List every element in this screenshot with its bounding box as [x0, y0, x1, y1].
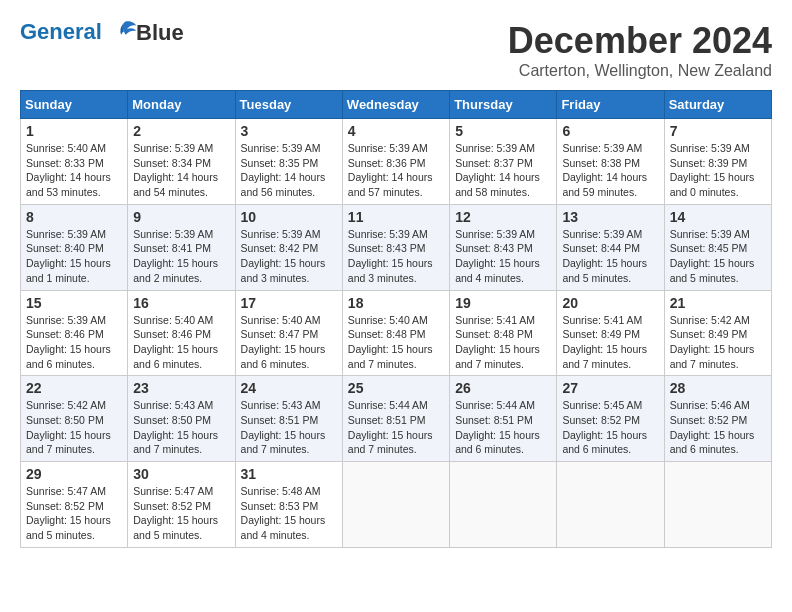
- calendar-cell: 3Sunrise: 5:39 AM Sunset: 8:35 PM Daylig…: [235, 119, 342, 205]
- day-info: Sunrise: 5:39 AM Sunset: 8:39 PM Dayligh…: [670, 141, 766, 200]
- day-info: Sunrise: 5:44 AM Sunset: 8:51 PM Dayligh…: [348, 398, 444, 457]
- day-info: Sunrise: 5:39 AM Sunset: 8:40 PM Dayligh…: [26, 227, 122, 286]
- calendar-cell: 29Sunrise: 5:47 AM Sunset: 8:52 PM Dayli…: [21, 462, 128, 548]
- day-info: Sunrise: 5:39 AM Sunset: 8:38 PM Dayligh…: [562, 141, 658, 200]
- calendar-week-row: 29Sunrise: 5:47 AM Sunset: 8:52 PM Dayli…: [21, 462, 772, 548]
- day-number: 5: [455, 123, 551, 139]
- day-info: Sunrise: 5:45 AM Sunset: 8:52 PM Dayligh…: [562, 398, 658, 457]
- calendar-cell: [450, 462, 557, 548]
- calendar-cell: [557, 462, 664, 548]
- calendar-cell: 13Sunrise: 5:39 AM Sunset: 8:44 PM Dayli…: [557, 204, 664, 290]
- day-info: Sunrise: 5:39 AM Sunset: 8:37 PM Dayligh…: [455, 141, 551, 200]
- day-number: 19: [455, 295, 551, 311]
- calendar-week-row: 1Sunrise: 5:40 AM Sunset: 8:33 PM Daylig…: [21, 119, 772, 205]
- day-number: 3: [241, 123, 337, 139]
- day-number: 24: [241, 380, 337, 396]
- day-info: Sunrise: 5:39 AM Sunset: 8:36 PM Dayligh…: [348, 141, 444, 200]
- day-info: Sunrise: 5:39 AM Sunset: 8:35 PM Dayligh…: [241, 141, 337, 200]
- day-info: Sunrise: 5:39 AM Sunset: 8:46 PM Dayligh…: [26, 313, 122, 372]
- calendar-header-saturday: Saturday: [664, 91, 771, 119]
- day-number: 22: [26, 380, 122, 396]
- day-number: 27: [562, 380, 658, 396]
- day-info: Sunrise: 5:39 AM Sunset: 8:34 PM Dayligh…: [133, 141, 229, 200]
- day-number: 13: [562, 209, 658, 225]
- day-number: 10: [241, 209, 337, 225]
- day-number: 14: [670, 209, 766, 225]
- day-number: 31: [241, 466, 337, 482]
- day-number: 15: [26, 295, 122, 311]
- calendar-cell: 18Sunrise: 5:40 AM Sunset: 8:48 PM Dayli…: [342, 290, 449, 376]
- calendar-week-row: 8Sunrise: 5:39 AM Sunset: 8:40 PM Daylig…: [21, 204, 772, 290]
- day-number: 8: [26, 209, 122, 225]
- calendar-cell: 12Sunrise: 5:39 AM Sunset: 8:43 PM Dayli…: [450, 204, 557, 290]
- calendar-title: December 2024: [508, 20, 772, 62]
- calendar-header-friday: Friday: [557, 91, 664, 119]
- day-info: Sunrise: 5:41 AM Sunset: 8:48 PM Dayligh…: [455, 313, 551, 372]
- calendar-cell: 25Sunrise: 5:44 AM Sunset: 8:51 PM Dayli…: [342, 376, 449, 462]
- calendar-cell: 8Sunrise: 5:39 AM Sunset: 8:40 PM Daylig…: [21, 204, 128, 290]
- calendar-cell: [342, 462, 449, 548]
- day-number: 20: [562, 295, 658, 311]
- day-info: Sunrise: 5:39 AM Sunset: 8:44 PM Dayligh…: [562, 227, 658, 286]
- logo-bird-icon: [110, 18, 138, 46]
- calendar-cell: 27Sunrise: 5:45 AM Sunset: 8:52 PM Dayli…: [557, 376, 664, 462]
- calendar-header-sunday: Sunday: [21, 91, 128, 119]
- day-info: Sunrise: 5:47 AM Sunset: 8:52 PM Dayligh…: [26, 484, 122, 543]
- day-number: 17: [241, 295, 337, 311]
- calendar-cell: 17Sunrise: 5:40 AM Sunset: 8:47 PM Dayli…: [235, 290, 342, 376]
- day-info: Sunrise: 5:46 AM Sunset: 8:52 PM Dayligh…: [670, 398, 766, 457]
- calendar-cell: 21Sunrise: 5:42 AM Sunset: 8:49 PM Dayli…: [664, 290, 771, 376]
- calendar-cell: 28Sunrise: 5:46 AM Sunset: 8:52 PM Dayli…: [664, 376, 771, 462]
- calendar-cell: 22Sunrise: 5:42 AM Sunset: 8:50 PM Dayli…: [21, 376, 128, 462]
- day-info: Sunrise: 5:40 AM Sunset: 8:48 PM Dayligh…: [348, 313, 444, 372]
- calendar-cell: [664, 462, 771, 548]
- calendar-week-row: 15Sunrise: 5:39 AM Sunset: 8:46 PM Dayli…: [21, 290, 772, 376]
- calendar-cell: 6Sunrise: 5:39 AM Sunset: 8:38 PM Daylig…: [557, 119, 664, 205]
- logo-text-blue: Blue: [136, 20, 184, 45]
- day-info: Sunrise: 5:47 AM Sunset: 8:52 PM Dayligh…: [133, 484, 229, 543]
- day-info: Sunrise: 5:41 AM Sunset: 8:49 PM Dayligh…: [562, 313, 658, 372]
- calendar-cell: 23Sunrise: 5:43 AM Sunset: 8:50 PM Dayli…: [128, 376, 235, 462]
- calendar-cell: 9Sunrise: 5:39 AM Sunset: 8:41 PM Daylig…: [128, 204, 235, 290]
- day-number: 18: [348, 295, 444, 311]
- day-info: Sunrise: 5:43 AM Sunset: 8:50 PM Dayligh…: [133, 398, 229, 457]
- day-number: 23: [133, 380, 229, 396]
- day-number: 16: [133, 295, 229, 311]
- day-number: 21: [670, 295, 766, 311]
- day-number: 9: [133, 209, 229, 225]
- day-number: 1: [26, 123, 122, 139]
- calendar-header-row: SundayMondayTuesdayWednesdayThursdayFrid…: [21, 91, 772, 119]
- calendar-cell: 5Sunrise: 5:39 AM Sunset: 8:37 PM Daylig…: [450, 119, 557, 205]
- calendar-table: SundayMondayTuesdayWednesdayThursdayFrid…: [20, 90, 772, 548]
- day-number: 29: [26, 466, 122, 482]
- calendar-cell: 10Sunrise: 5:39 AM Sunset: 8:42 PM Dayli…: [235, 204, 342, 290]
- day-info: Sunrise: 5:39 AM Sunset: 8:41 PM Dayligh…: [133, 227, 229, 286]
- day-info: Sunrise: 5:42 AM Sunset: 8:49 PM Dayligh…: [670, 313, 766, 372]
- day-info: Sunrise: 5:43 AM Sunset: 8:51 PM Dayligh…: [241, 398, 337, 457]
- day-number: 12: [455, 209, 551, 225]
- day-number: 2: [133, 123, 229, 139]
- day-info: Sunrise: 5:39 AM Sunset: 8:45 PM Dayligh…: [670, 227, 766, 286]
- day-info: Sunrise: 5:40 AM Sunset: 8:47 PM Dayligh…: [241, 313, 337, 372]
- logo: General Blue: [20, 20, 184, 46]
- calendar-cell: 20Sunrise: 5:41 AM Sunset: 8:49 PM Dayli…: [557, 290, 664, 376]
- day-info: Sunrise: 5:39 AM Sunset: 8:43 PM Dayligh…: [455, 227, 551, 286]
- day-number: 30: [133, 466, 229, 482]
- day-info: Sunrise: 5:39 AM Sunset: 8:42 PM Dayligh…: [241, 227, 337, 286]
- calendar-header-monday: Monday: [128, 91, 235, 119]
- calendar-cell: 16Sunrise: 5:40 AM Sunset: 8:46 PM Dayli…: [128, 290, 235, 376]
- calendar-header-wednesday: Wednesday: [342, 91, 449, 119]
- logo-text-general: General: [20, 19, 102, 44]
- day-number: 7: [670, 123, 766, 139]
- day-number: 25: [348, 380, 444, 396]
- calendar-cell: 14Sunrise: 5:39 AM Sunset: 8:45 PM Dayli…: [664, 204, 771, 290]
- day-info: Sunrise: 5:40 AM Sunset: 8:33 PM Dayligh…: [26, 141, 122, 200]
- day-info: Sunrise: 5:40 AM Sunset: 8:46 PM Dayligh…: [133, 313, 229, 372]
- calendar-cell: 4Sunrise: 5:39 AM Sunset: 8:36 PM Daylig…: [342, 119, 449, 205]
- day-number: 11: [348, 209, 444, 225]
- calendar-cell: 19Sunrise: 5:41 AM Sunset: 8:48 PM Dayli…: [450, 290, 557, 376]
- calendar-cell: 2Sunrise: 5:39 AM Sunset: 8:34 PM Daylig…: [128, 119, 235, 205]
- calendar-header-tuesday: Tuesday: [235, 91, 342, 119]
- calendar-cell: 7Sunrise: 5:39 AM Sunset: 8:39 PM Daylig…: [664, 119, 771, 205]
- calendar-cell: 11Sunrise: 5:39 AM Sunset: 8:43 PM Dayli…: [342, 204, 449, 290]
